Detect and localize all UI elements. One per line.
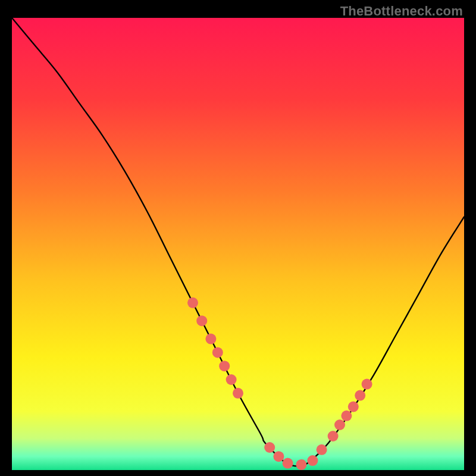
attribution-text: TheBottleneck.com xyxy=(340,4,463,19)
curve-marker xyxy=(334,419,345,430)
curve-marker xyxy=(296,459,306,470)
curve-marker xyxy=(264,442,275,453)
curve-marker xyxy=(341,411,352,421)
curve-marker xyxy=(307,455,318,466)
chart-frame xyxy=(12,18,464,470)
curve-marker xyxy=(317,444,327,455)
chart-plot xyxy=(12,18,464,470)
curve-marker xyxy=(283,458,293,469)
curve-marker xyxy=(355,390,365,401)
curve-marker xyxy=(187,298,198,308)
curve-marker xyxy=(233,388,243,399)
curve-marker xyxy=(219,361,230,371)
curve-marker xyxy=(226,374,237,385)
bottleneck-curve xyxy=(12,18,464,466)
curve-marker xyxy=(205,334,216,345)
curve-marker xyxy=(273,451,284,462)
curve-markers xyxy=(187,298,372,470)
curve-marker xyxy=(196,315,207,326)
curve-marker xyxy=(348,402,359,412)
curve-marker xyxy=(212,347,223,358)
curve-marker xyxy=(328,431,339,441)
curve-marker xyxy=(362,379,372,390)
